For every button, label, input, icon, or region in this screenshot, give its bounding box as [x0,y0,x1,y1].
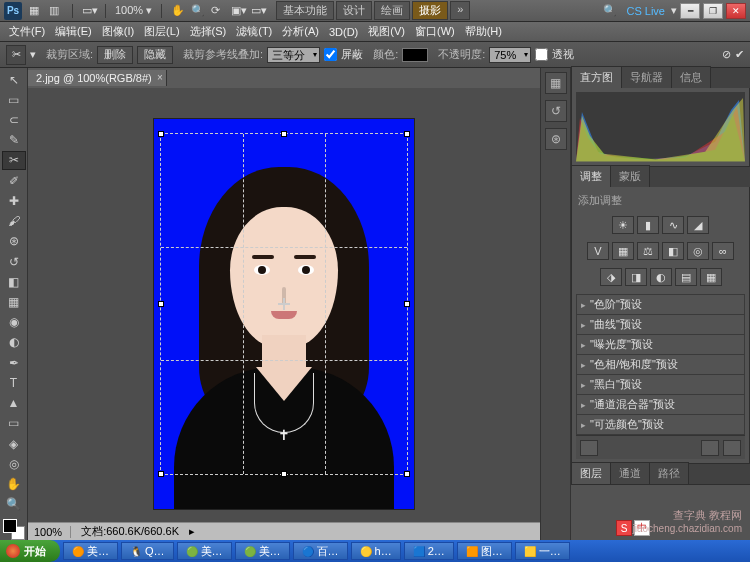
preset-item[interactable]: "黑白"预设 [576,375,745,395]
perspective-checkbox[interactable] [535,48,548,61]
color-balance-adjustment-icon[interactable]: ⚖ [637,242,659,260]
clone-panel-icon[interactable]: ⊛ [545,128,567,150]
crop-tool-icon[interactable]: ✂ [6,45,26,65]
preset-item[interactable]: "通道混合器"预设 [576,395,745,415]
guides-overlay-dropdown[interactable]: 三等分 [267,47,320,63]
move-tool[interactable]: ↖ [2,70,26,89]
tab-paths[interactable]: 路径 [649,462,689,484]
arrange-docs-icon[interactable]: ▣▾ [231,4,245,18]
preset-item[interactable]: "曲线"预设 [576,315,745,335]
crop-hide-button[interactable]: 隐藏 [137,46,173,64]
crop-handle[interactable] [404,301,410,307]
menu-edit[interactable]: 编辑(E) [50,22,97,41]
minimize-button[interactable]: ━ [680,3,700,19]
commit-crop-icon[interactable]: ✔ [735,48,744,61]
window-layout-icon[interactable]: ▭▾ [82,4,96,18]
3d-tool[interactable]: ◈ [2,434,26,453]
history-brush-tool[interactable]: ↺ [2,252,26,271]
taskbar-item[interactable]: 🔵 百… [293,542,348,560]
eraser-tool[interactable]: ◧ [2,272,26,291]
menu-filter[interactable]: 滤镜(T) [231,22,277,41]
hue-adjustment-icon[interactable]: ▦ [612,242,634,260]
quick-select-tool[interactable]: ✎ [2,131,26,150]
menu-file[interactable]: 文件(F) [4,22,50,41]
path-select-tool[interactable]: ▲ [2,394,26,413]
menu-analysis[interactable]: 分析(A) [277,22,324,41]
trash-icon[interactable] [723,440,741,456]
levels-adjustment-icon[interactable]: ▮ [637,216,659,234]
blur-tool[interactable]: ◉ [2,313,26,332]
menu-layer[interactable]: 图层(L) [139,22,184,41]
document-size-display[interactable]: 文档:660.6K/660.6K [81,524,179,539]
tab-navigator[interactable]: 导航器 [621,66,672,88]
pen-tool[interactable]: ✒ [2,353,26,372]
zoom-display[interactable]: 100% [34,526,71,538]
dodge-tool[interactable]: ◐ [2,333,26,352]
start-button[interactable]: 开始 [0,540,60,562]
foreground-background-colors[interactable] [3,519,25,540]
brightness-adjustment-icon[interactable]: ☀ [612,216,634,234]
type-tool[interactable]: T [2,373,26,392]
shield-checkbox[interactable] [324,48,337,61]
preset-item[interactable]: "可选颜色"预设 [576,415,745,435]
exposure-adjustment-icon[interactable]: ◢ [687,216,709,234]
taskbar-item[interactable]: 🐧 Q… [121,542,174,560]
taskbar-item[interactable]: 🟨 一… [515,542,570,560]
cslive-button[interactable]: CS Live [626,5,665,17]
crop-handle[interactable] [404,131,410,137]
hand-tool-icon[interactable]: ✋ [171,4,185,18]
tab-layers[interactable]: 图层 [571,462,611,484]
menu-image[interactable]: 图像(I) [97,22,139,41]
workspace-more-button[interactable]: » [450,1,470,20]
workspace-essentials-button[interactable]: 基本功能 [276,1,334,20]
menu-window[interactable]: 窗口(W) [410,22,460,41]
clip-icon[interactable] [701,440,719,456]
hand-tool[interactable]: ✋ [2,474,26,493]
zoom-tool-icon[interactable]: 🔍 [191,4,205,18]
crop-handle[interactable] [281,131,287,137]
crop-handle[interactable] [158,471,164,477]
tab-adjustments[interactable]: 调整 [571,165,611,187]
preset-item[interactable]: "色相/饱和度"预设 [576,355,745,375]
taskbar-item[interactable]: 🟢 美… [177,542,232,560]
status-flyout-icon[interactable]: ▸ [189,525,195,538]
foreground-color-swatch[interactable] [3,519,17,533]
workspace-design-button[interactable]: 设计 [336,1,372,20]
zoom-tool[interactable]: 🔍 [2,495,26,514]
gradient-tool[interactable]: ▦ [2,292,26,311]
canvas[interactable]: ✝ [28,88,540,540]
crop-bounding-box[interactable] [160,133,408,475]
close-button[interactable]: ✕ [726,3,746,19]
marquee-tool[interactable]: ▭ [2,90,26,109]
workspace-photography-button[interactable]: 摄影 [412,1,448,20]
selective-color-adjustment-icon[interactable]: ▦ [700,268,722,286]
menu-3d[interactable]: 3D(D) [324,24,363,40]
menu-help[interactable]: 帮助(H) [460,22,507,41]
search-icon[interactable]: 🔍 [603,4,617,18]
bridge-icon[interactable]: ▦ [29,4,43,18]
tab-masks[interactable]: 蒙版 [610,165,650,187]
menu-view[interactable]: 视图(V) [363,22,410,41]
gradient-map-adjustment-icon[interactable]: ▤ [675,268,697,286]
minibridge-panel-icon[interactable]: ▦ [545,72,567,94]
cancel-crop-icon[interactable]: ⊘ [722,48,731,61]
maximize-button[interactable]: ❐ [703,3,723,19]
brush-tool[interactable]: 🖌 [2,212,26,231]
rotate-view-icon[interactable]: ⟳ [211,4,225,18]
eyedropper-tool[interactable]: ✐ [2,171,26,190]
threshold-adjustment-icon[interactable]: ◐ [650,268,672,286]
minibridge-icon[interactable]: ▥ [49,4,63,18]
crop-tool[interactable]: ✂ [2,151,26,170]
crop-delete-button[interactable]: 删除 [97,46,133,64]
crop-handle[interactable] [404,471,410,477]
crop-handle[interactable] [158,301,164,307]
tab-info[interactable]: 信息 [671,66,711,88]
preset-item[interactable]: "色阶"预设 [576,294,745,315]
posterize-adjustment-icon[interactable]: ◨ [625,268,647,286]
opacity-dropdown[interactable]: 75% [489,47,531,63]
curves-adjustment-icon[interactable]: ∿ [662,216,684,234]
bw-adjustment-icon[interactable]: ◧ [662,242,684,260]
toggle-icon[interactable] [580,440,598,456]
channel-mixer-adjustment-icon[interactable]: ∞ [712,242,734,260]
lasso-tool[interactable]: ⊂ [2,110,26,129]
